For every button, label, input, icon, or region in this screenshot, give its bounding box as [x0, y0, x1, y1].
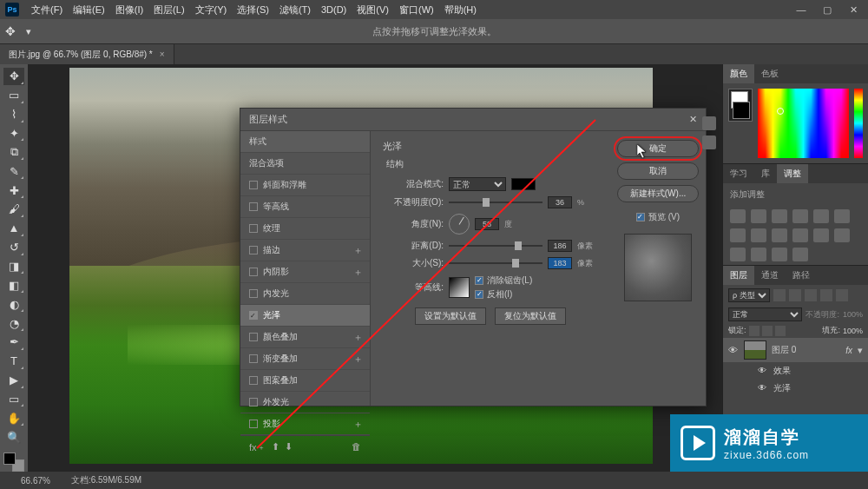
color-balance-icon[interactable]	[730, 228, 746, 242]
close-window-button[interactable]: ✕	[844, 4, 863, 16]
eraser-tool[interactable]: ◨	[3, 258, 24, 275]
fx-down-icon[interactable]: ⬇	[285, 441, 293, 454]
ok-button[interactable]: 确定	[617, 140, 699, 157]
menu-3d[interactable]: 3D(D)	[316, 4, 352, 15]
lock-all-icon[interactable]	[775, 326, 786, 336]
options-chevron-icon[interactable]: ▾	[26, 26, 31, 37]
layer-opacity-value[interactable]: 100%	[843, 310, 863, 319]
adjustments-panel-tab[interactable]: 调整	[777, 164, 808, 183]
filter-type-icon[interactable]	[805, 289, 817, 301]
dialog-titlebar[interactable]: 图层样式 ✕	[240, 109, 706, 131]
fg-bg-selector[interactable]	[728, 89, 753, 122]
brush-tool[interactable]: 🖌	[3, 201, 24, 218]
history-panel-icon[interactable]	[702, 116, 716, 130]
learn-panel-tab[interactable]: 学习	[723, 164, 754, 183]
anti-alias-checkbox[interactable]: ✓	[475, 276, 483, 285]
levels-icon[interactable]	[751, 209, 766, 223]
crop-tool[interactable]: ⧉	[3, 143, 24, 161]
fx-icon[interactable]: fx﹢	[249, 441, 266, 454]
pen-tool[interactable]: ✒	[3, 334, 24, 351]
style-inner-shadow[interactable]: 内阴影＋	[240, 261, 370, 283]
invert-checkbox[interactable]: ✓	[475, 290, 483, 299]
maximize-button[interactable]: ▢	[818, 4, 837, 16]
blur-tool[interactable]: ◐	[3, 295, 24, 313]
angle-value[interactable]: 58	[475, 218, 499, 230]
properties-panel-icon[interactable]	[702, 135, 716, 149]
hue-icon[interactable]	[834, 209, 850, 223]
menu-layer[interactable]: 图层(L)	[148, 3, 189, 17]
color-swatches[interactable]	[3, 453, 24, 472]
zoom-tool[interactable]: 🔍	[3, 428, 24, 446]
size-value[interactable]: 183	[548, 257, 572, 269]
hand-tool[interactable]: ✋	[3, 409, 24, 426]
lookup-icon[interactable]	[813, 228, 829, 242]
distance-slider[interactable]	[449, 245, 542, 247]
fx-up-icon[interactable]: ⬆	[272, 441, 279, 454]
opacity-slider[interactable]	[449, 202, 542, 203]
add-icon[interactable]: ＋	[353, 244, 363, 257]
healing-tool[interactable]: ✚	[3, 182, 24, 199]
channel-mixer-icon[interactable]	[792, 228, 808, 242]
style-outer-glow[interactable]: 外发光	[240, 392, 370, 413]
layer-filter-select[interactable]: ρ 类型	[728, 288, 770, 302]
lasso-tool[interactable]: ⌇	[3, 106, 24, 123]
minimize-button[interactable]: —	[792, 4, 811, 16]
layer-name[interactable]: 图层 0	[772, 344, 840, 356]
exposure-icon[interactable]	[792, 209, 808, 223]
trash-icon[interactable]: 🗑	[352, 441, 361, 454]
add-icon[interactable]: ＋	[353, 418, 363, 431]
style-pattern-overlay[interactable]: 图案叠加	[240, 370, 370, 392]
lock-pixels-icon[interactable]	[749, 326, 760, 336]
quick-select-tool[interactable]: ✦	[3, 125, 24, 142]
brightness-icon[interactable]	[730, 209, 746, 223]
style-satin[interactable]: 光泽	[240, 305, 370, 327]
filter-shape-icon[interactable]	[820, 289, 832, 301]
vibrance-icon[interactable]	[813, 209, 829, 223]
menu-file[interactable]: 文件(F)	[26, 3, 68, 17]
layer-effects-row[interactable]: 👁 效果	[723, 362, 868, 380]
style-contour[interactable]: 等高线	[240, 196, 370, 218]
set-default-button[interactable]: 设置为默认值	[415, 307, 486, 325]
curves-icon[interactable]	[772, 209, 787, 223]
contour-thumbnail[interactable]	[449, 277, 470, 298]
selective-color-icon[interactable]	[772, 248, 787, 261]
satin-color-swatch[interactable]	[511, 178, 536, 190]
menu-type[interactable]: 文字(Y)	[190, 3, 233, 17]
opacity-value[interactable]: 36	[548, 196, 572, 208]
move-tool[interactable]: ✥	[3, 68, 24, 85]
menu-view[interactable]: 视图(V)	[352, 3, 394, 17]
collapse-fx-icon[interactable]: ▾	[858, 345, 863, 356]
style-color-overlay[interactable]: 颜色叠加＋	[240, 327, 370, 348]
gradient-map-icon[interactable]	[792, 248, 808, 261]
menu-help[interactable]: 帮助(H)	[439, 3, 482, 17]
doc-size[interactable]: 文档:6.59M/6.59M	[71, 474, 141, 486]
document-tab[interactable]: 图片.jpg @ 66.7% (图层 0, RGB/8#) * ×	[0, 44, 174, 64]
eyedropper-tool[interactable]: ✎	[3, 162, 24, 180]
visibility-icon[interactable]: 👁	[758, 383, 768, 393]
reset-default-button[interactable]: 复位为默认值	[495, 307, 566, 325]
shape-tool[interactable]: ▭	[3, 391, 24, 408]
style-gradient-overlay[interactable]: 渐变叠加＋	[240, 348, 370, 370]
libraries-panel-tab[interactable]: 库	[754, 164, 777, 183]
swatches-panel-tab[interactable]: 色板	[754, 64, 786, 83]
style-inner-glow[interactable]: 内发光	[240, 283, 370, 305]
history-brush-tool[interactable]: ↺	[3, 239, 24, 256]
layer-thumbnail[interactable]	[744, 340, 766, 360]
foreground-color-swatch[interactable]	[3, 453, 16, 465]
style-stroke[interactable]: 描边＋	[240, 240, 370, 261]
cancel-button[interactable]: 取消	[617, 162, 699, 180]
filter-pixel-icon[interactable]	[773, 289, 786, 301]
bw-icon[interactable]	[751, 228, 766, 242]
color-spectrum[interactable]	[758, 89, 849, 158]
layers-panel-tab[interactable]: 图层	[723, 266, 754, 285]
preview-checkbox[interactable]: ✓	[636, 213, 645, 221]
visibility-icon[interactable]: 👁	[758, 366, 768, 376]
posterize-icon[interactable]	[730, 248, 746, 261]
size-slider[interactable]	[449, 262, 542, 264]
menu-filter[interactable]: 滤镜(T)	[274, 3, 316, 17]
dodge-tool[interactable]: ◔	[3, 314, 24, 332]
invert-icon[interactable]	[834, 228, 850, 242]
canvas-area[interactable]: 图层样式 ✕ 样式 混合选项 斜面和浮雕 等高线 纹理 描边＋ 内阴影＋ 内发光…	[28, 64, 722, 472]
style-header[interactable]: 样式	[240, 131, 370, 153]
angle-dial[interactable]	[449, 214, 470, 235]
